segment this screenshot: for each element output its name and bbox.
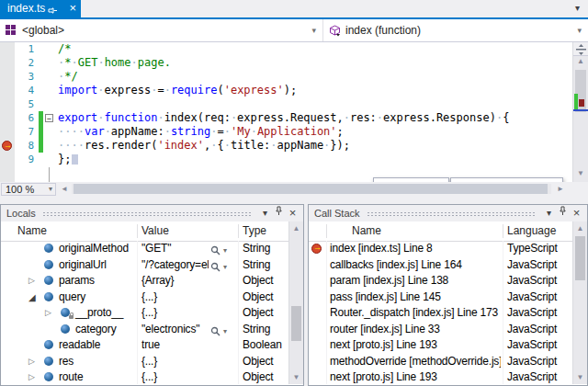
call-stack-title-bar[interactable]: Call Stack ▾ × [309, 205, 587, 221]
expander-collapsed-icon[interactable]: ▷ [45, 305, 51, 321]
member-dropdown[interactable]: index (function) ▾ [323, 19, 588, 41]
column-separator [503, 224, 503, 238]
scope-dropdown[interactable]: <global> ▾ [0, 19, 323, 41]
call-stack-frame[interactable]: next [proto.js] Line 193JavaScript [309, 369, 572, 384]
pin-window-icon[interactable] [556, 206, 570, 221]
current-frame-icon: → [311, 244, 322, 254]
locals-row[interactable]: category"electronics"▾String [1, 322, 288, 337]
current-statement-breakpoint-icon[interactable]: → [2, 141, 12, 151]
datatip-value-box[interactable]: ▾ "My Application" [450, 177, 563, 182]
function-cube-icon [329, 25, 341, 40]
call-stack-frame[interactable]: pass [index.js] Line 145JavaScript [309, 290, 572, 305]
code-line-7: 7····var·appName:·string·=·'My·Applicati… [0, 125, 572, 139]
call-stack-title: Call Stack [314, 208, 360, 219]
call-stack-rows: →index [index.ts] Line 8TypeScriptcallba… [309, 241, 572, 384]
scope-dropdown-value: <global> [22, 24, 64, 37]
column-header-language[interactable]: Language [507, 224, 556, 237]
call-stack-frame[interactable]: router [index.js] Line 33JavaScript [309, 322, 572, 337]
magnifier-icon[interactable] [458, 182, 468, 183]
call-stack-frame[interactable]: param [index.js] Line 138JavaScript [309, 273, 572, 289]
expander-expanded-icon[interactable]: ◢ [28, 290, 36, 305]
call-stack-frame[interactable]: Router._dispatch [index.js] Line 173Java… [309, 305, 572, 321]
column-header-name[interactable]: Name [352, 224, 381, 237]
frame-language: JavaScript [507, 337, 557, 353]
scrollbar-thumb[interactable] [575, 236, 585, 280]
expander-collapsed-icon[interactable]: ▷ [28, 354, 35, 369]
call-stack-scrollbar[interactable]: ▲ ▼ [572, 221, 587, 384]
code-line-9: 9}; [0, 153, 572, 166]
window-menu-chevron-icon[interactable]: ▾ [258, 206, 272, 221]
chevron-down-icon: ▾ [311, 26, 316, 35]
locals-row[interactable]: ▷params{Array}Object [1, 273, 288, 289]
locals-row[interactable]: ◢query{...}Object [1, 290, 288, 305]
call-stack-frame[interactable]: →index [index.ts] Line 8TypeScript [309, 241, 572, 256]
datatip-variable-box[interactable]: appName [373, 177, 449, 182]
code-line-4: 4import·express·=·require('express'); [0, 84, 572, 97]
locals-row[interactable]: ▷route{...}Object [1, 369, 288, 384]
scroll-left-icon[interactable]: ◄ [61, 185, 68, 193]
scroll-down-icon[interactable]: ▼ [289, 373, 303, 381]
line-number: 8 [15, 139, 34, 153]
magnifier-icon[interactable]: ▾ [210, 243, 227, 258]
close-tab-icon[interactable]: × [69, 0, 76, 17]
zoom-level-value: 100 % [6, 184, 34, 195]
column-separator [326, 224, 327, 238]
close-window-icon[interactable]: × [570, 206, 583, 221]
call-stack-frame[interactable]: next [proto.js] Line 193JavaScript [309, 337, 572, 353]
variable-icon [61, 308, 70, 317]
zoom-dropdown[interactable]: 100 % ▾ [1, 183, 56, 196]
locals-scrollbar[interactable]: ▲ ▼ [288, 221, 303, 384]
locals-panel: Locals ▾ × Name Value Type originalMetho… [0, 204, 304, 386]
line-number: 3 [15, 70, 34, 84]
scroll-right-icon[interactable]: ► [557, 185, 564, 193]
variable-value: "electronics" [141, 322, 209, 337]
column-separator [137, 224, 138, 238]
editor-vertical-scrollbar[interactable]: ▲ ▼ [572, 42, 588, 182]
close-window-icon[interactable]: × [286, 206, 300, 221]
horizontal-scrollbar-thumb[interactable] [74, 184, 548, 194]
tab-index-ts[interactable]: index.ts × [0, 0, 81, 17]
call-stack-column-headers[interactable]: Name Language [309, 221, 572, 242]
variable-type: Object [243, 273, 273, 289]
fold-collapse-icon[interactable]: − [45, 114, 53, 122]
frame-language: JavaScript [507, 273, 557, 289]
eof-marker [72, 154, 78, 165]
locals-row[interactable]: ▷__proto__{...}Object [1, 305, 288, 321]
variable-value: {...} [141, 354, 209, 369]
expander-collapsed-icon[interactable]: ▷ [28, 273, 35, 289]
variable-name: originalUrl [59, 257, 107, 273]
vs-window: index.ts × ▾ <global> ▾ [0, 0, 588, 386]
variable-value: {...} [141, 290, 209, 305]
scrollbar-thumb[interactable] [291, 306, 301, 341]
frame-language: JavaScript [507, 322, 557, 337]
scroll-up-icon[interactable]: ▲ [573, 57, 588, 65]
pin-window-icon[interactable] [272, 206, 286, 221]
code-editor[interactable]: 1/*2·*·GET·home·page.3·*/4import·express… [0, 42, 572, 182]
locals-title-bar[interactable]: Locals ▾ × [1, 205, 303, 221]
locals-row[interactable]: ▷res{...}Object [1, 354, 288, 369]
column-header-name[interactable]: Name [17, 224, 47, 237]
variable-value: true [141, 337, 209, 353]
window-menu-chevron-icon[interactable]: ▾ [542, 206, 556, 221]
expander-collapsed-icon[interactable]: ▷ [28, 369, 35, 384]
locals-column-headers[interactable]: Name Value Type [1, 221, 288, 242]
frame-language: JavaScript [507, 290, 557, 305]
column-header-value[interactable]: Value [141, 224, 169, 237]
document-list-chevron-icon[interactable]: ▾ [575, 3, 580, 13]
scroll-up-icon[interactable]: ▲ [573, 224, 587, 233]
column-header-type[interactable]: Type [243, 224, 266, 237]
scroll-down-icon[interactable]: ▼ [573, 169, 588, 177]
locals-row[interactable]: originalMethod"GET"▾String [1, 241, 288, 256]
pin-tab-icon[interactable] [48, 4, 58, 14]
caret-position-mark [573, 109, 588, 111]
variable-value: {Array} [141, 273, 209, 289]
scroll-up-icon[interactable]: ▲ [289, 224, 303, 233]
call-stack-frame[interactable]: methodOverride [methodOverride.js]JavaSc… [309, 354, 572, 369]
split-window-handle[interactable] [573, 42, 588, 56]
scroll-down-icon[interactable]: ▼ [573, 373, 587, 381]
variable-name: res [59, 354, 74, 369]
locals-row[interactable]: originalUrl"/?category=ele▾String [1, 257, 288, 273]
frame-language: JavaScript [507, 257, 557, 273]
locals-row[interactable]: readabletrueBoolean [1, 337, 288, 353]
call-stack-frame[interactable]: callbacks [index.js] Line 164JavaScript [309, 257, 572, 273]
